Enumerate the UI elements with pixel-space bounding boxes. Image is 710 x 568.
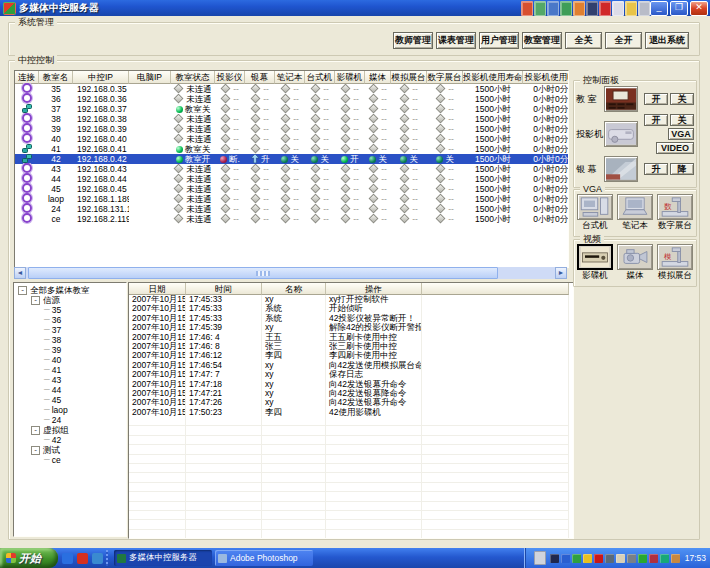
show-desktop-icon[interactable]: [534, 551, 546, 565]
tree-expand-icon[interactable]: -: [31, 426, 40, 435]
task-photoshop[interactable]: Adobe Photoshop: [215, 550, 313, 566]
quick-launch-browser-icon[interactable]: [62, 553, 73, 564]
exit-system-button[interactable]: 退出系统: [645, 32, 689, 49]
tree-item-40[interactable]: ─40: [14, 355, 126, 365]
task-control-server[interactable]: 多媒体中控服务器: [114, 550, 212, 566]
column-header-controller-ip[interactable]: 中控IP: [73, 71, 129, 84]
restore-button[interactable]: ❐: [670, 1, 688, 16]
device-row-24[interactable]: 24192.168.131.1未连通----------------1500小时…: [15, 204, 569, 214]
column-header-laptop[interactable]: 笔记本: [275, 71, 305, 84]
device-row-40[interactable]: 40192.168.0.40未连通----------------1500小时0…: [15, 134, 569, 144]
schedule-management-button[interactable]: 课表管理: [436, 32, 476, 49]
scroll-right-arrow-icon[interactable]: ►: [555, 267, 567, 279]
device-row-36[interactable]: 36192.168.0.36未连通----------------1500小时0…: [15, 94, 569, 104]
column-header-pc-ip[interactable]: 电脑IP: [129, 71, 171, 84]
screen-image-button[interactable]: [604, 156, 638, 182]
tray-icon-5[interactable]: [594, 554, 603, 563]
tree-root-all-classrooms[interactable]: -全部多媒体教室: [14, 285, 126, 295]
titlebar-icon-9[interactable]: [625, 1, 637, 16]
classroom-management-button[interactable]: 教室管理: [522, 32, 562, 49]
titlebar-icon-1[interactable]: [521, 1, 533, 16]
tree-expand-icon[interactable]: -: [31, 296, 40, 305]
titlebar-icon-2[interactable]: [534, 1, 546, 16]
device-row-35[interactable]: 35192.168.0.35未连通----------------1500小时0…: [15, 84, 569, 94]
column-header-media[interactable]: 媒体: [365, 71, 391, 84]
projector-on-button[interactable]: 开: [644, 114, 668, 126]
tray-icon-10[interactable]: [649, 554, 658, 563]
log-column-header[interactable]: [422, 283, 569, 295]
titlebar-icon-7[interactable]: [599, 1, 611, 16]
tree-item-37[interactable]: ─37: [14, 325, 126, 335]
vga-desktop-button[interactable]: 台式机: [577, 194, 613, 230]
device-row-44[interactable]: 44192.168.0.44未连通----------------1500小时0…: [15, 174, 569, 184]
minimize-button[interactable]: _: [650, 1, 668, 16]
projector-off-button[interactable]: 关: [670, 114, 694, 126]
tree-expand-icon[interactable]: -: [18, 286, 27, 295]
device-row-42[interactable]: 42192.168.0.42教室开断.升关关开关关关1500小时0小时0分钟: [15, 154, 569, 164]
quick-launch-globe-icon[interactable]: [92, 553, 103, 564]
scroll-left-arrow-icon[interactable]: ◄: [14, 267, 26, 279]
tree-item-41[interactable]: ─41: [14, 365, 126, 375]
start-button[interactable]: 开始: [0, 548, 58, 568]
tree-item-44[interactable]: ─44: [14, 385, 126, 395]
projector-video-button[interactable]: VIDEO: [656, 142, 694, 154]
device-row-37[interactable]: 37192.168.0.37教室关----------------1500小时0…: [15, 104, 569, 114]
column-header-dvd-player[interactable]: 影碟机: [335, 71, 365, 84]
tray-icon-11[interactable]: [660, 554, 669, 563]
column-header-projector[interactable]: 投影仪: [215, 71, 245, 84]
tray-icon-7[interactable]: [616, 554, 625, 563]
device-table-hscrollbar[interactable]: ◄ ►: [14, 267, 567, 279]
all-off-button[interactable]: 全关: [565, 32, 602, 49]
classroom-image-button[interactable]: [604, 86, 638, 112]
device-row-39[interactable]: 39192.168.0.39未连通----------------1500小时0…: [15, 124, 569, 134]
teacher-management-button[interactable]: 教师管理: [393, 32, 433, 49]
screen-up-button[interactable]: 升: [644, 163, 668, 175]
column-header-digital-visualizer[interactable]: 数字展台: [427, 71, 463, 84]
classroom-off-button[interactable]: 关: [670, 93, 694, 105]
tree-item-43[interactable]: ─43: [14, 375, 126, 385]
column-header-analog-visualizer[interactable]: 模拟展台: [391, 71, 427, 84]
device-row-38[interactable]: 38192.168.0.38未连通----------------1500小时0…: [15, 114, 569, 124]
tray-icon-9[interactable]: [638, 554, 647, 563]
column-header-projector-life[interactable]: 投影机使用寿命: [463, 71, 523, 84]
tree-group-source[interactable]: -信源: [14, 295, 126, 305]
column-header-classroom-name[interactable]: 教室名: [39, 71, 73, 84]
tree-item-42[interactable]: ─42: [14, 435, 126, 445]
tree-item-ce[interactable]: ─ce: [14, 455, 126, 465]
tray-icon-3[interactable]: [572, 554, 581, 563]
tree-item-38[interactable]: ─38: [14, 335, 126, 345]
log-column-header[interactable]: 操作: [326, 283, 422, 295]
tree-group-virtual[interactable]: -虚拟组: [14, 425, 126, 435]
classroom-on-button[interactable]: 开: [644, 93, 668, 105]
tray-icon-6[interactable]: [605, 554, 614, 563]
quick-launch-red-app-icon[interactable]: [77, 553, 88, 564]
vga-digital-visualizer-button[interactable]: 数数字展台: [657, 194, 693, 230]
device-row-ce[interactable]: ce192.168.2.119未连通----------------1500小时…: [15, 214, 569, 224]
tree-item-39[interactable]: ─39: [14, 345, 126, 355]
log-column-header[interactable]: 时间: [186, 283, 262, 295]
titlebar-icon-6[interactable]: [586, 1, 598, 16]
log-column-header[interactable]: 名称: [262, 283, 326, 295]
tray-icon-12[interactable]: [671, 554, 680, 563]
tray-icon-1[interactable]: [550, 554, 559, 563]
vga-laptop-button[interactable]: 笔记本: [617, 194, 653, 230]
tree-item-45[interactable]: ─45: [14, 395, 126, 405]
tree-item-35[interactable]: ─35: [14, 305, 126, 315]
video-analog-visualizer-button[interactable]: 模模拟展台: [657, 244, 693, 280]
device-row-laop[interactable]: laop192.168.1.189未连通----------------1500…: [15, 194, 569, 204]
video-dvd-player-button[interactable]: 影碟机: [577, 244, 613, 280]
column-header-projector-usage[interactable]: 投影机使用时间: [523, 71, 569, 84]
column-header-screen[interactable]: 银幕: [245, 71, 275, 84]
column-header-desktop[interactable]: 台式机: [305, 71, 335, 84]
column-header-classroom-status[interactable]: 教室状态: [171, 71, 215, 84]
tray-icon-8[interactable]: [627, 554, 636, 563]
tree-group-test[interactable]: -测试: [14, 445, 126, 455]
tree-item-laop[interactable]: ─laop: [14, 405, 126, 415]
scrollbar-thumb[interactable]: [28, 267, 498, 279]
log-column-header[interactable]: 日期: [129, 283, 186, 295]
tree-item-36[interactable]: ─36: [14, 315, 126, 325]
projector-vga-button[interactable]: VGA: [668, 128, 694, 140]
close-button[interactable]: ✕: [690, 1, 708, 16]
video-media-button[interactable]: 媒体: [617, 244, 653, 280]
tray-icon-4[interactable]: [583, 554, 592, 563]
